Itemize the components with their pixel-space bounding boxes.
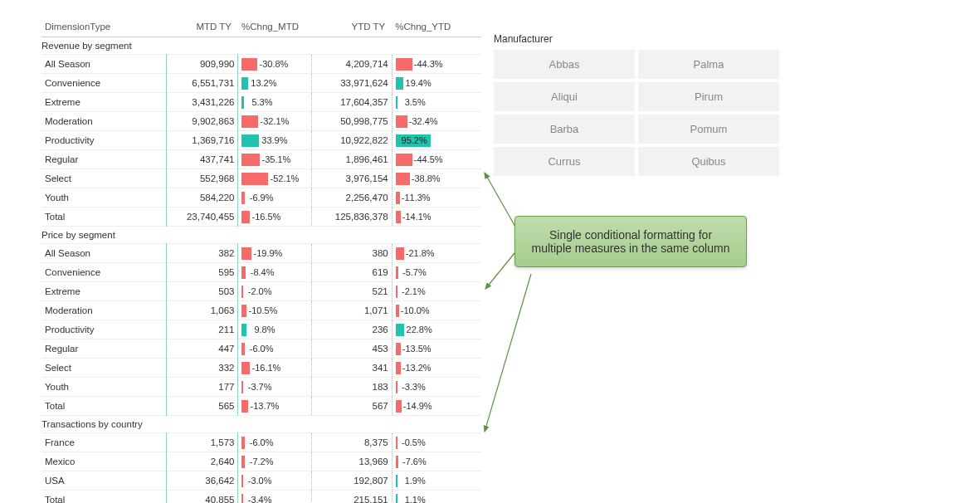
col-chng-ytd[interactable]: %Chng_YTD xyxy=(392,17,481,37)
pct-value: -3.7% xyxy=(243,382,271,392)
table-row[interactable]: Select332 -16.1% 341 -13.2% xyxy=(41,359,481,378)
table-row[interactable]: All Season382 -19.9% 380 -21.8% xyxy=(41,244,481,263)
pct-value: -10.0% xyxy=(399,305,430,315)
pct-value: -2.0% xyxy=(243,286,271,296)
pct-value: -16.1% xyxy=(250,363,280,373)
pct-value: -3.3% xyxy=(397,382,426,392)
pct-value: -32.4% xyxy=(407,116,438,126)
pct-value: -52.1% xyxy=(268,173,299,183)
pct-value: -14.1% xyxy=(401,212,431,222)
dimension-label: All Season xyxy=(41,244,167,263)
pct-cell: -44.5% xyxy=(392,150,481,169)
table-row[interactable]: Youth177 -3.7% 183 -3.3% xyxy=(41,378,481,397)
table-row[interactable]: Productivity211 9.8% 236 22.8% xyxy=(41,320,481,339)
pct-cell: -14.1% xyxy=(392,208,481,227)
table-row[interactable]: Total40,855 -3.4% 215,151 1.1% xyxy=(41,491,481,504)
slicer-item[interactable]: Aliqui xyxy=(494,82,635,111)
dimension-label: Moderation xyxy=(41,112,167,131)
dimension-label: USA xyxy=(41,471,167,491)
slicer-title: Manufacturer xyxy=(494,33,779,45)
mtd-value: 437,741 xyxy=(167,150,238,169)
pct-cell: -3.0% xyxy=(238,471,311,491)
pct-cell: -10.0% xyxy=(392,301,481,320)
mtd-value: 332 xyxy=(167,359,238,378)
pct-cell: -6.9% xyxy=(238,188,311,208)
table-row[interactable]: Regular447 -6.0% 453 -13.5% xyxy=(41,339,481,359)
ytd-value: 17,604,357 xyxy=(311,93,392,112)
ytd-value: 453 xyxy=(311,339,392,359)
ytd-value: 215,151 xyxy=(311,491,392,504)
pct-value: -5.7% xyxy=(398,267,427,277)
mtd-value: 552,968 xyxy=(167,169,238,188)
mtd-value: 2,640 xyxy=(167,452,238,471)
table-row[interactable]: France1,573 -6.0% 8,375 -0.5% xyxy=(41,433,481,452)
ytd-value: 33,971,624 xyxy=(311,74,392,93)
manufacturer-slicer[interactable]: AbbasPalmaAliquiPirumBarbaPomumCurrusQui… xyxy=(494,50,779,176)
pct-value: -13.2% xyxy=(401,363,431,373)
dimension-label: Total xyxy=(41,397,167,416)
table-row[interactable]: Select552,968 -52.1% 3,976,154 -38.8% xyxy=(41,169,481,188)
mtd-value: 9,902,863 xyxy=(167,112,238,131)
ytd-value: 8,375 xyxy=(311,433,392,452)
table-row[interactable]: USA36,642 -3.0% 192,807 1.9% xyxy=(41,471,481,491)
table-row[interactable]: All Season909,990 -30.8% 4,209,714 -44.3… xyxy=(41,55,481,74)
group-header[interactable]: Price by segment xyxy=(41,227,481,244)
col-mtd-ty[interactable]: MTD TY xyxy=(167,17,238,37)
pct-value: -38.8% xyxy=(410,173,441,183)
col-chng-mtd[interactable]: %Chng_MTD xyxy=(238,17,311,37)
table-row[interactable]: Productivity1,369,716 33.9% 10,922,822 9… xyxy=(41,131,481,150)
mtd-value: 447 xyxy=(167,339,238,359)
table-row[interactable]: Total23,740,455 -16.5% 125,836,378 -14.1… xyxy=(41,208,481,227)
table-row[interactable]: Extreme503 -2.0% 521 -2.1% xyxy=(41,282,481,301)
pct-value: 33.9% xyxy=(259,135,287,145)
pct-cell: -3.4% xyxy=(238,491,311,504)
mtd-value: 503 xyxy=(167,282,238,301)
group-header[interactable]: Revenue by segment xyxy=(41,37,481,55)
table-row[interactable]: Convenience595 -8.4% 619 -5.7% xyxy=(41,263,481,282)
table-row[interactable]: Youth584,220 -6.9% 2,256,470 -11.3% xyxy=(41,188,481,208)
pct-value: 13.2% xyxy=(248,78,276,88)
pct-cell: -32.4% xyxy=(392,112,481,131)
dimension-label: Productivity xyxy=(41,131,167,150)
table-row[interactable]: Moderation9,902,863 -32.1% 50,998,775 -3… xyxy=(41,112,481,131)
table-row[interactable]: Regular437,741 -35.1% 1,896,461 -44.5% xyxy=(41,150,481,169)
pct-value: 9.8% xyxy=(246,325,275,335)
ytd-value: 1,071 xyxy=(311,301,392,320)
slicer-item[interactable]: Quibus xyxy=(638,147,779,176)
dimension-label: All Season xyxy=(41,55,167,74)
pct-cell: 1.1% xyxy=(392,491,481,504)
slicer-item[interactable]: Pomum xyxy=(638,115,779,144)
slicer-item[interactable]: Palma xyxy=(638,50,779,79)
pct-cell: -14.9% xyxy=(392,397,481,416)
pct-cell: -38.8% xyxy=(392,169,481,188)
pct-value: -3.0% xyxy=(243,476,271,486)
group-header[interactable]: Transactions by country xyxy=(41,416,481,433)
slicer-item[interactable]: Abbas xyxy=(494,50,635,79)
pct-value: 22.8% xyxy=(404,325,432,335)
pct-value: -3.4% xyxy=(243,495,271,503)
ytd-value: 10,922,822 xyxy=(311,131,392,150)
ytd-value: 3,976,154 xyxy=(311,169,392,188)
col-dimension[interactable]: DimensionType xyxy=(41,17,167,37)
pct-cell: -32.1% xyxy=(238,112,311,131)
pct-cell: -30.8% xyxy=(238,55,311,74)
pct-cell: 9.8% xyxy=(238,320,311,339)
table-row[interactable]: Convenience6,551,731 13.2% 33,971,624 19… xyxy=(41,74,481,93)
table-row[interactable]: Mexico2,640 -7.2% 13,969 -7.6% xyxy=(41,452,481,471)
matrix-table[interactable]: DimensionType MTD TY %Chng_MTD YTD TY %C… xyxy=(41,17,481,503)
mtd-value: 40,855 xyxy=(167,491,238,504)
table-row[interactable]: Moderation1,063 -10.5% 1,071 -10.0% xyxy=(41,301,481,320)
mtd-value: 1,369,716 xyxy=(167,131,238,150)
slicer-item[interactable]: Pirum xyxy=(638,82,779,111)
pct-cell: 5.3% xyxy=(238,93,311,112)
table-row[interactable]: Total565 -13.7% 567 -14.9% xyxy=(41,397,481,416)
col-ytd-ty[interactable]: YTD TY xyxy=(311,17,392,37)
slicer-item[interactable]: Barba xyxy=(494,115,635,144)
mtd-value: 1,573 xyxy=(167,433,238,452)
pct-value: 1.9% xyxy=(397,476,426,486)
pct-value: -6.0% xyxy=(245,437,273,447)
dimension-label: Select xyxy=(41,169,167,188)
slicer-item[interactable]: Currus xyxy=(494,147,635,176)
table-row[interactable]: Extreme3,431,226 5.3% 17,604,357 3.5% xyxy=(41,93,481,112)
pct-cell: 22.8% xyxy=(392,320,481,339)
